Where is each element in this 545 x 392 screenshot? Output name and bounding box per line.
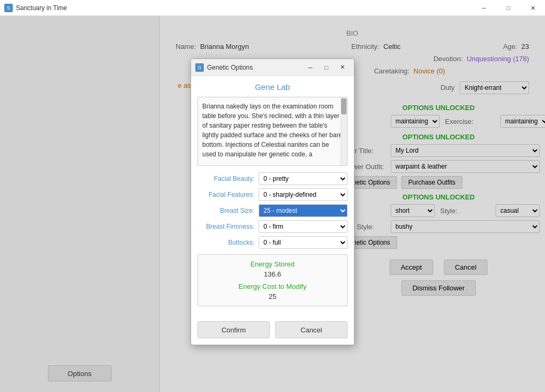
buttocks-row: Buttocks: 0 - full	[197, 236, 348, 249]
buttocks-select[interactable]: 0 - full	[259, 236, 348, 249]
modal-maximize-button[interactable]: □	[319, 62, 334, 73]
minimize-button[interactable]: ─	[472, 0, 496, 16]
breast-size-label: Breast Size:	[197, 207, 259, 214]
gene-lab-title: Gene Lab	[197, 82, 348, 91]
energy-cost-label: Energy Cost to Modify	[203, 282, 342, 290]
description-box: Brianna nakedly lays on the examination …	[197, 97, 348, 166]
energy-cost-value: 25	[203, 293, 342, 301]
confirm-button[interactable]: Confirm	[197, 321, 270, 338]
facial-beauty-select[interactable]: 0 - pretty	[259, 172, 348, 185]
app-icon: S	[4, 4, 13, 12]
energy-box: Energy Stored 136.6 Energy Cost to Modif…	[197, 254, 348, 306]
modal-title-bar: G Genetic Options ─ □ ✕	[191, 59, 354, 76]
app-title-bar: S Sanctuary in Time ─ □ ✕	[0, 0, 545, 16]
buttocks-label: Buttocks:	[197, 239, 259, 246]
modal-minimize-button[interactable]: ─	[303, 62, 318, 73]
breast-firmness-select[interactable]: 0 - firm	[259, 220, 348, 233]
description-text: Brianna nakedly lays on the examination …	[202, 103, 342, 158]
breast-firmness-label: Breast Firmness:	[197, 223, 259, 230]
close-button[interactable]: ✕	[521, 0, 545, 16]
main-content: Options BIO Name: Brianna Morgyn Ethnici…	[0, 16, 545, 392]
energy-stored-value: 136.6	[203, 270, 342, 278]
modal-title: Genetic Options	[207, 64, 303, 71]
scroll-thumb	[341, 98, 346, 114]
description-scrollbar[interactable]	[341, 97, 347, 165]
app-title: Sanctuary in Time	[16, 4, 67, 12]
window-controls: ─ □ ✕	[472, 0, 545, 16]
modal-cancel-button[interactable]: Cancel	[275, 321, 348, 338]
facial-beauty-row: Facial Beauty: 0 - pretty	[197, 172, 348, 185]
modal-footer: Confirm Cancel	[191, 318, 354, 345]
breast-size-row: Breast Size: 25 - modest	[197, 204, 348, 217]
facial-beauty-label: Facial Beauty:	[197, 175, 259, 182]
facial-features-row: Facial Features: 0 - sharply-defined	[197, 188, 348, 201]
modal-body: Gene Lab Brianna nakedly lays on the exa…	[191, 76, 354, 318]
genetic-options-modal: G Genetic Options ─ □ ✕ Gene Lab Brianna…	[191, 59, 354, 345]
breast-size-select[interactable]: 25 - modest	[259, 204, 348, 217]
maximize-button[interactable]: □	[496, 0, 521, 16]
facial-features-label: Facial Features:	[197, 191, 259, 198]
modal-window-controls: ─ □ ✕	[303, 62, 350, 73]
modal-close-button[interactable]: ✕	[335, 62, 350, 73]
modal-icon: G	[195, 63, 204, 72]
energy-stored-label: Energy Stored	[203, 260, 342, 268]
breast-firmness-row: Breast Firmness: 0 - firm	[197, 220, 348, 233]
modal-overlay: G Genetic Options ─ □ ✕ Gene Lab Brianna…	[0, 16, 545, 392]
facial-features-select[interactable]: 0 - sharply-defined	[259, 188, 348, 201]
